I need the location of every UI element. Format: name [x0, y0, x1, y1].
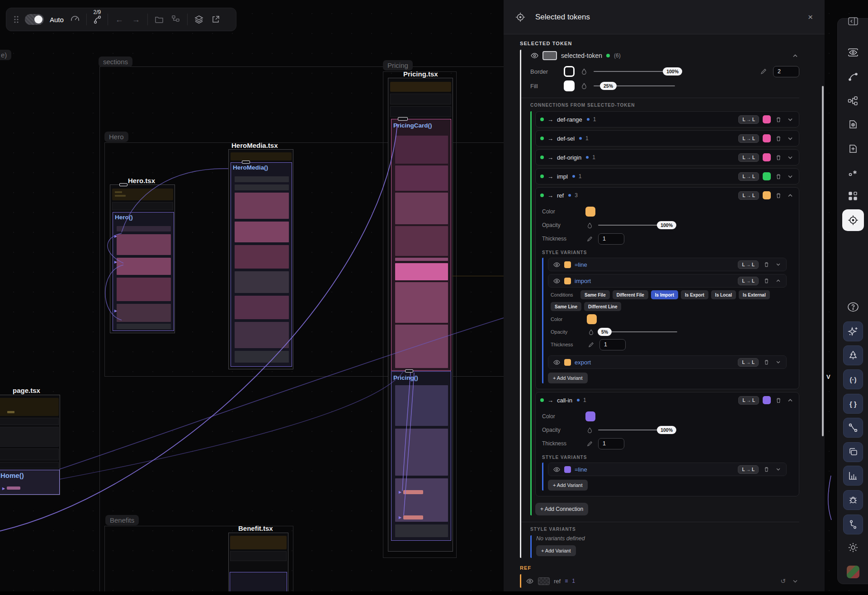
trash-icon[interactable]	[774, 191, 783, 199]
file-node-benefit[interactable]	[228, 533, 288, 595]
auto-toggle[interactable]	[25, 14, 44, 25]
gauge-icon[interactable]	[70, 14, 80, 25]
waypoints-button[interactable]	[843, 515, 863, 534]
ai-sparkle-button[interactable]	[843, 321, 863, 341]
variant-color-swatch[interactable]	[564, 278, 571, 284]
condition-chip[interactable]: Same File	[580, 290, 610, 299]
connection-card-def-range[interactable]: → def-range 1 L → L	[535, 111, 799, 128]
trash-icon[interactable]	[762, 277, 770, 285]
import-opacity-slider[interactable]: 5%	[599, 331, 677, 332]
component-node-hero[interactable]: Hero() ▶ ▶ ▶	[113, 212, 174, 331]
visibility-eye-icon[interactable]	[526, 577, 534, 585]
file-add-button[interactable]	[844, 140, 862, 158]
border-color-swatch[interactable]	[564, 66, 575, 77]
call-in-color-swatch[interactable]	[585, 411, 595, 421]
visibility-eye-icon[interactable]	[552, 465, 561, 473]
target-tool-button-active[interactable]	[842, 209, 864, 231]
settings-gear-button[interactable]	[844, 538, 862, 557]
variant-color-swatch[interactable]	[564, 359, 571, 366]
chevron-up-icon[interactable]	[774, 277, 782, 285]
connection-card-def-origin[interactable]: → def-origin 1 L → L	[535, 149, 799, 165]
ref-row[interactable]: ref ≡ 1 ↺	[526, 574, 799, 588]
fill-opacity-value[interactable]: 25%	[600, 82, 617, 90]
trash-icon[interactable]	[774, 134, 783, 142]
import-color-swatch[interactable]	[587, 314, 597, 324]
file-node-pricing[interactable]: PricingCard() Pricing() ▶ ▶	[388, 78, 453, 552]
collapse-panel-button[interactable]	[844, 12, 862, 30]
connection-color-swatch[interactable]	[763, 115, 771, 123]
help-button[interactable]	[844, 298, 862, 316]
import-opacity-value[interactable]: 5%	[598, 328, 612, 336]
braces-button[interactable]: { }	[843, 394, 863, 414]
component-node-pricingcard[interactable]: PricingCard()	[391, 119, 451, 371]
ref-thickness-input[interactable]	[598, 233, 624, 245]
component-node-heromedia[interactable]: HeroMedia()	[231, 162, 292, 367]
chevron-down-icon[interactable]	[774, 358, 782, 366]
file-node-heromedia[interactable]: HeroMedia()	[228, 149, 293, 369]
external-link-icon[interactable]	[210, 14, 221, 25]
connection-color-swatch[interactable]	[763, 153, 771, 161]
connection-card-call-in[interactable]: → call-in 1 L → L	[535, 392, 799, 496]
variant-color-swatch[interactable]	[564, 261, 571, 268]
file-node-page[interactable]: Home() ▶	[0, 395, 60, 495]
ref-color-swatch[interactable]	[585, 207, 595, 217]
border-opacity-slider[interactable]: 100%	[594, 71, 675, 72]
copy-button[interactable]	[843, 442, 863, 462]
components-grid-button[interactable]	[844, 187, 862, 205]
line-mode-chip[interactable]: L → L	[738, 172, 759, 181]
chevron-down-icon[interactable]	[774, 465, 782, 473]
chevron-down-icon[interactable]	[786, 134, 794, 142]
bug-button[interactable]	[843, 490, 863, 510]
network-nodes-button[interactable]	[844, 92, 862, 110]
condition-chip-active[interactable]: Is Import	[651, 290, 678, 299]
file-node-hero[interactable]: Hero() ▶ ▶ ▶	[110, 184, 175, 333]
file-gear-button[interactable]	[844, 115, 862, 133]
add-connection-button[interactable]: + Add Connection	[535, 503, 588, 515]
curve-connection-button[interactable]	[844, 68, 862, 86]
variant-color-swatch[interactable]	[564, 466, 571, 473]
line-mode-chip[interactable]: L → L	[738, 134, 759, 143]
border-width-input[interactable]	[773, 66, 799, 77]
connection-color-swatch[interactable]	[763, 134, 771, 142]
variant-row-line[interactable]: =line L → L	[548, 258, 787, 271]
line-mode-chip[interactable]: L → L	[738, 396, 759, 405]
connection-color-swatch[interactable]	[763, 172, 771, 180]
bar-chart-button[interactable]	[843, 466, 863, 486]
add-variant-button[interactable]: + Add Variant	[548, 480, 588, 491]
folder-icon[interactable]	[154, 14, 165, 25]
ref-swatch[interactable]	[538, 577, 550, 585]
tree-button[interactable]	[843, 345, 863, 365]
back-button[interactable]: ←	[114, 14, 125, 25]
line-mode-chip[interactable]: L → L	[738, 153, 759, 162]
trash-icon[interactable]	[774, 115, 783, 123]
import-thickness-input[interactable]	[599, 339, 626, 350]
visibility-eye-icon[interactable]	[530, 52, 538, 60]
condition-chip[interactable]: Is Local	[711, 290, 736, 299]
line-mode-chip[interactable]: L → L	[738, 277, 759, 285]
tree-view-icon[interactable]	[170, 14, 181, 25]
line-mode-chip[interactable]: L → L	[738, 260, 759, 269]
condition-chip[interactable]: Is External	[739, 290, 770, 299]
trash-icon[interactable]	[762, 260, 770, 269]
connection-color-swatch[interactable]	[763, 396, 771, 404]
panel-scrollbar[interactable]	[822, 86, 824, 436]
visibility-eye-icon[interactable]	[552, 358, 561, 366]
chevron-down-icon[interactable]	[786, 115, 794, 123]
add-variant-button[interactable]: + Add Variant	[548, 373, 588, 383]
connection-card-def-sel[interactable]: → def-sel 1 L → L	[535, 130, 799, 146]
call-in-thickness-input[interactable]	[598, 438, 624, 449]
trash-icon[interactable]	[762, 358, 770, 366]
call-in-opacity-value[interactable]: 100%	[657, 426, 676, 434]
line-mode-chip[interactable]: L → L	[738, 465, 759, 474]
refresh-icon[interactable]: ↺	[779, 577, 787, 585]
branch-step-button[interactable]: 2/9	[93, 9, 102, 24]
chevron-down-icon[interactable]	[791, 577, 799, 585]
condition-chip[interactable]: Same Line	[551, 302, 581, 311]
condition-chip[interactable]: Different File	[613, 290, 648, 299]
chevron-up-icon[interactable]	[786, 396, 794, 404]
trash-icon[interactable]	[774, 396, 783, 404]
connection-card-impl[interactable]: → impl 1 L → L	[535, 168, 799, 184]
trash-icon[interactable]	[774, 172, 783, 180]
component-node-home[interactable]: Home() ▶	[0, 470, 60, 495]
chevron-down-icon[interactable]	[786, 153, 794, 161]
